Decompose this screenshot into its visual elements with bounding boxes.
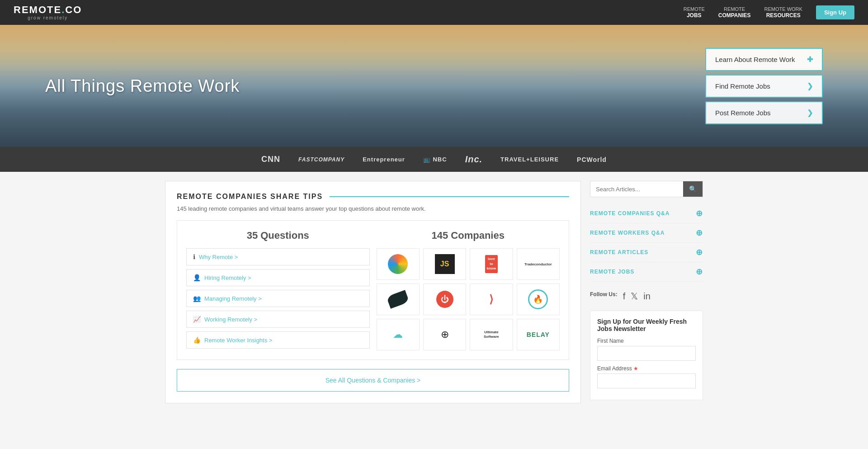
email-input[interactable]: [597, 373, 696, 388]
logo-fire-company[interactable]: 🔥: [517, 284, 560, 315]
linkedin-icon[interactable]: in: [643, 291, 651, 302]
right-panel: 🔍 REMOTE COMPANIES Q&A ⊕ REMOTE WORKERS …: [590, 181, 703, 403]
press-travel: TRAVEL+LEISURE: [500, 156, 559, 163]
hero-content: All Things Remote Work Learn About Remot…: [0, 48, 868, 124]
qa-items-list: ℹ Why Remote > 👤 Hiring Remotely > 👥 Man…: [186, 248, 370, 349]
working-remotely-link[interactable]: 📈 Working Remotely >: [186, 311, 370, 328]
companies-column: 145 Companies JS lovetoknow Tradeconduct…: [377, 230, 560, 350]
search-box: 🔍: [590, 181, 703, 197]
email-label: Email Address ★: [597, 365, 696, 372]
find-jobs-label: Find Remote Jobs: [715, 82, 770, 90]
insights-icon: 👍: [193, 336, 201, 344]
learn-about-remote-work-button[interactable]: Learn About Remote Work ✚: [705, 48, 823, 71]
find-remote-jobs-button[interactable]: Find Remote Jobs ❯: [705, 75, 823, 98]
hiring-icon: 👤: [193, 274, 201, 281]
logo-belay[interactable]: BELAY: [517, 319, 560, 350]
nav-jobs[interactable]: RemoteJOBS: [684, 6, 705, 19]
logo-leaf-company[interactable]: [377, 284, 420, 315]
post-jobs-icon: ❯: [807, 109, 813, 117]
logo-arrow-company[interactable]: ⟩: [470, 284, 513, 315]
logo-tagline: grow remotely: [28, 15, 68, 20]
find-jobs-icon: ❯: [807, 82, 813, 90]
search-button[interactable]: 🔍: [683, 181, 703, 197]
follow-section: Follow Us: f 𝕏 in: [590, 291, 703, 302]
questions-column: 35 Questions ℹ Why Remote > 👤 Hiring Rem…: [186, 230, 370, 350]
why-remote-icon: ℹ: [193, 253, 195, 260]
facebook-icon[interactable]: f: [623, 291, 626, 302]
main-layout: REMOTE COMPANIES SHARE TIPS 145 leading …: [151, 172, 717, 412]
logo-stack-company[interactable]: ⊕: [423, 319, 466, 350]
why-remote-link[interactable]: ℹ Why Remote >: [186, 248, 370, 265]
plus-icon-0: ⊕: [696, 208, 703, 218]
logo-ultimate-software[interactable]: UltimateSoftware: [470, 319, 513, 350]
plus-icon-2: ⊕: [696, 247, 703, 257]
nav-companies[interactable]: RemoteCOMPANIES: [718, 6, 751, 19]
press-pcworld: PCWorld: [577, 156, 607, 163]
newsletter-section: Sign Up for Our Weekly Fresh Jobs Newsle…: [590, 311, 703, 400]
press-fastcompany: FASTCOMPANY: [298, 156, 344, 163]
qa-grid: 35 Questions ℹ Why Remote > 👤 Hiring Rem…: [177, 220, 569, 360]
press-bar: CNN FASTCOMPANY Entrepreneur 📺 NBC Inc. …: [0, 147, 868, 172]
logo-power-company[interactable]: ⏻: [423, 284, 466, 315]
sidebar-remote-companies-qa[interactable]: REMOTE COMPANIES Q&A ⊕: [590, 204, 703, 223]
newsletter-title: Sign Up for Our Weekly Fresh Jobs Newsle…: [597, 318, 696, 332]
site-header: REMOTE.CO grow remotely RemoteJOBS Remot…: [0, 0, 868, 25]
press-nbc: 📺 NBC: [423, 156, 447, 163]
sidebar-links: REMOTE COMPANIES Q&A ⊕ REMOTE WORKERS Q&…: [590, 204, 703, 282]
learn-button-icon: ✚: [807, 55, 813, 64]
logo[interactable]: REMOTE.CO grow remotely: [14, 5, 82, 20]
company-logos-grid: JS lovetoknow Tradeconductor ⏻: [377, 248, 560, 350]
twitter-icon[interactable]: 𝕏: [631, 291, 638, 302]
logo-tradeconductor[interactable]: Tradeconductor: [517, 248, 560, 280]
first-name-input[interactable]: [597, 346, 696, 361]
working-icon: 📈: [193, 316, 201, 323]
follow-label: Follow Us:: [590, 291, 618, 298]
logo-cloud-company[interactable]: ☁: [377, 319, 420, 350]
hero-buttons: Learn About Remote Work ✚ Find Remote Jo…: [705, 48, 823, 124]
sidebar-remote-jobs[interactable]: REMOTE JOBS ⊕: [590, 262, 703, 282]
managing-remotely-link[interactable]: 👥 Managing Remotely >: [186, 290, 370, 307]
logo-lovetoknow[interactable]: lovetoknow: [470, 248, 513, 280]
section-title: REMOTE COMPANIES SHARE TIPS: [177, 193, 569, 201]
companies-count: 145 Companies: [432, 230, 505, 241]
nav-area: RemoteJOBS RemoteCOMPANIES Remote WorkRE…: [684, 5, 854, 19]
first-name-label: First Name: [597, 338, 696, 344]
signup-button[interactable]: Sign Up: [816, 5, 854, 19]
post-jobs-label: Post Remote Jobs: [715, 109, 771, 117]
post-remote-jobs-button[interactable]: Post Remote Jobs ❯: [705, 101, 823, 124]
press-inc: Inc.: [465, 154, 482, 165]
logo-teleport[interactable]: [377, 248, 420, 280]
section-description: 145 leading remote companies and virtual…: [177, 205, 569, 212]
search-input[interactable]: [590, 181, 683, 197]
see-all-button[interactable]: See All Questions & Companies >: [177, 369, 569, 392]
left-panel: REMOTE COMPANIES SHARE TIPS 145 leading …: [165, 181, 581, 403]
plus-icon-1: ⊕: [696, 228, 703, 238]
worker-insights-link[interactable]: 👍 Remote Worker Insights >: [186, 331, 370, 349]
press-entrepreneur: Entrepreneur: [363, 156, 405, 163]
required-indicator: ★: [633, 365, 638, 372]
press-cnn: CNN: [261, 155, 280, 164]
sidebar-remote-workers-qa[interactable]: REMOTE WORKERS Q&A ⊕: [590, 223, 703, 243]
learn-button-label: Learn About Remote Work: [715, 56, 795, 63]
questions-count: 35 Questions: [247, 230, 309, 241]
managing-icon: 👥: [193, 295, 201, 302]
hiring-remotely-link[interactable]: 👤 Hiring Remotely >: [186, 269, 370, 286]
sidebar-remote-articles[interactable]: REMOTE ARTICLES ⊕: [590, 243, 703, 262]
plus-icon-3: ⊕: [696, 267, 703, 277]
nav-resources[interactable]: Remote WorkRESOURCES: [764, 6, 802, 19]
hero-section: All Things Remote Work Learn About Remot…: [0, 25, 868, 147]
logo-text: REMOTE.CO: [14, 5, 82, 15]
hero-title: All Things Remote Work: [45, 76, 240, 96]
logo-jsremotely[interactable]: JS: [423, 248, 466, 280]
